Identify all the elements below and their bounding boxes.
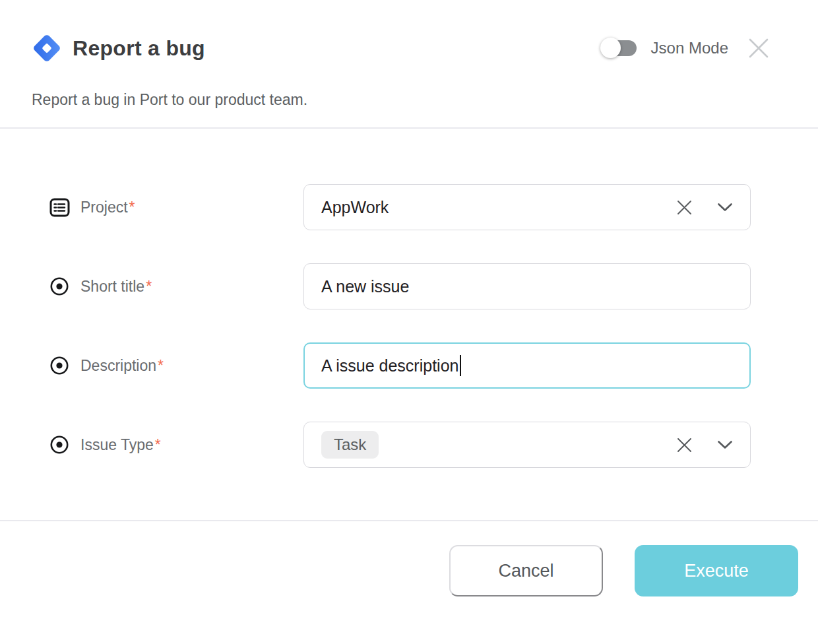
text-caret (460, 355, 461, 376)
form-field-description: Description * A issue description (0, 342, 818, 389)
modal-header: Report a bug Json Mode Report a bug in P… (0, 0, 818, 109)
required-asterisk: * (129, 199, 135, 216)
record-icon (49, 356, 70, 375)
issue-type-label-cell: Issue Type * (49, 435, 303, 455)
modal-subtitle: Report a bug in Port to our product team… (32, 91, 772, 109)
required-asterisk: * (146, 278, 152, 296)
json-mode-toggle[interactable] (606, 40, 637, 56)
cancel-button[interactable]: Cancel (449, 545, 603, 596)
toggle-knob (600, 38, 621, 58)
record-icon (49, 435, 70, 455)
json-mode-label: Json Mode (651, 39, 728, 57)
action-form: Project * AppWork Short ti (0, 129, 818, 468)
issue-type-chip: Task (321, 431, 379, 459)
record-icon (49, 277, 70, 296)
short-title-label-cell: Short title * (49, 277, 303, 296)
jira-icon (32, 33, 62, 63)
form-field-issue-type: Issue Type * Task (0, 422, 818, 468)
header-actions: Json Mode (606, 35, 772, 61)
page-title: Report a bug (73, 36, 205, 61)
form-field-short-title: Short title * A new issue (0, 263, 818, 309)
execute-button[interactable]: Execute (635, 545, 798, 596)
description-input-value: A issue description (321, 356, 458, 375)
clear-icon[interactable] (676, 436, 693, 454)
project-select[interactable]: AppWork (303, 184, 751, 230)
close-icon[interactable] (745, 35, 772, 61)
header-top-row: Report a bug Json Mode (32, 33, 772, 63)
short-title-input-value: A new issue (321, 277, 733, 296)
description-input[interactable]: A issue description (303, 342, 751, 389)
issue-type-select[interactable]: Task (303, 422, 751, 468)
list-icon (49, 198, 70, 217)
clear-icon[interactable] (676, 199, 693, 216)
project-label-cell: Project * (49, 198, 303, 217)
project-select-value: AppWork (321, 198, 669, 217)
short-title-input[interactable]: A new issue (303, 263, 751, 309)
modal-footer: Cancel Execute (0, 521, 818, 596)
chevron-down-icon[interactable] (717, 440, 733, 449)
required-asterisk: * (155, 436, 161, 454)
field-label-project: Project (80, 199, 128, 216)
field-label-short-title: Short title (80, 278, 144, 296)
description-label-cell: Description * (49, 356, 303, 375)
chevron-down-icon[interactable] (717, 203, 733, 212)
field-label-issue-type: Issue Type (80, 436, 154, 454)
required-asterisk: * (158, 357, 164, 375)
form-field-project: Project * AppWork (0, 184, 818, 230)
field-label-description: Description (80, 357, 156, 375)
